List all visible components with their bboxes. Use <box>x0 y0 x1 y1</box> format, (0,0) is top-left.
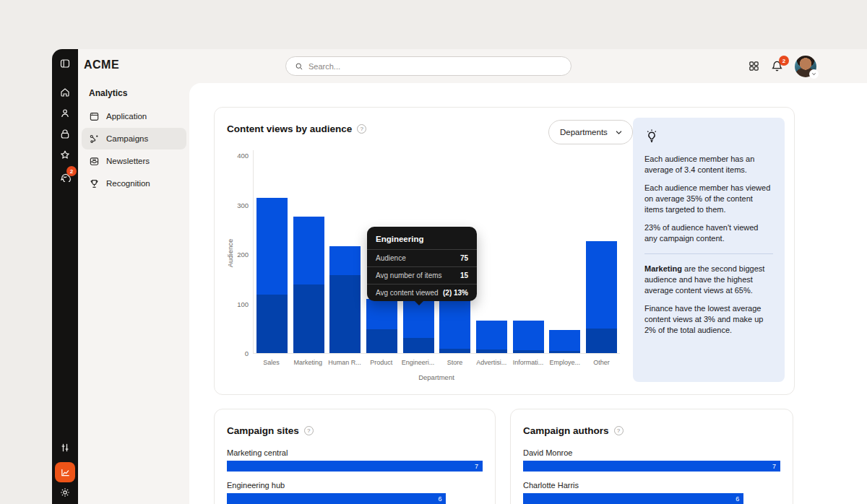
analytics-active-tile[interactable] <box>55 462 75 482</box>
y-tick: 100 <box>237 300 249 308</box>
bar-segment-lower <box>366 329 397 353</box>
top-header: ACME 2 <box>78 49 867 83</box>
lightbulb-icon <box>644 129 659 143</box>
insight-paragraph: Finance have the lowest average content … <box>644 303 773 335</box>
insight-panel: Each audience member has an average of 3… <box>633 118 785 382</box>
notifications-button[interactable]: 2 <box>771 60 783 72</box>
hbar-value: 7 <box>772 463 776 470</box>
apps-grid-icon[interactable] <box>749 61 759 71</box>
x-tick-label: Employe... <box>546 359 583 366</box>
tooltip-row: Audience 75 <box>367 249 477 266</box>
chart-bar-employe[interactable] <box>549 330 580 353</box>
sites-bar-list: Marketing central7Engineering hub6 <box>227 448 483 504</box>
hbar-track: 7 <box>227 461 483 472</box>
star-icon[interactable] <box>59 149 71 161</box>
sidebar-item-application[interactable]: Application <box>82 105 186 127</box>
help-icon[interactable] <box>614 426 624 435</box>
sidebar-toggle-icon[interactable] <box>59 58 71 69</box>
bar-segment-upper <box>439 300 470 349</box>
y-tick: 400 <box>237 152 249 160</box>
bar-segment-upper <box>329 246 361 275</box>
campaign-sites-card: Campaign sites Marketing central7Enginee… <box>214 409 496 504</box>
x-tick-label: Advertisi... <box>473 359 510 366</box>
hbar-value: 6 <box>736 495 739 503</box>
y-tick: 200 <box>237 251 249 258</box>
chart-bar-informati[interactable] <box>513 321 544 353</box>
tooltip-row-label: Avg content viewed <box>376 289 439 297</box>
settings-gear-icon[interactable] <box>59 487 71 498</box>
insight-paragraph: Marketing are the second biggest audienc… <box>644 264 773 295</box>
x-tick-label: Engineeri... <box>400 359 436 366</box>
chart-bar-other[interactable] <box>586 241 617 353</box>
application-icon <box>89 111 100 122</box>
home-icon[interactable] <box>59 87 71 98</box>
x-axis-label: Department <box>253 373 620 381</box>
sidebar-item-campaigns[interactable]: Campaigns <box>82 128 186 149</box>
help-icon[interactable] <box>357 124 366 134</box>
bottom-cards-row: Campaign sites Marketing central7Enginee… <box>214 409 867 504</box>
sidebar-nav: Analytics Application Campaigns Newslett… <box>78 83 189 504</box>
header-actions: 2 <box>749 49 816 83</box>
campaigns-icon <box>89 134 100 144</box>
sidebar-item-newsletters[interactable]: Newsletters <box>82 150 186 172</box>
tooltip-row-value: (2) 13% <box>443 289 468 297</box>
icon-rail: 2 <box>52 49 78 504</box>
insight-paragraph: Each audience member has an average of 3… <box>644 154 773 175</box>
sliders-icon[interactable] <box>59 442 71 453</box>
chat-icon[interactable]: 2 <box>59 170 71 182</box>
y-axis-ticks: 0100200300400 <box>215 150 249 354</box>
x-tick-label: Product <box>363 359 400 366</box>
hbar: 6 <box>523 493 743 504</box>
bar-slot <box>327 150 363 353</box>
search-icon <box>295 62 303 71</box>
bar-slot <box>510 150 547 353</box>
bar-slot <box>254 150 290 353</box>
people-icon[interactable] <box>59 108 71 119</box>
content-column: ACME 2 Analytics <box>78 49 867 504</box>
bar-segment-upper <box>256 198 288 295</box>
insight-divider <box>644 253 773 254</box>
x-tick-label: Other <box>583 359 620 366</box>
tooltip-row-value: 75 <box>460 254 468 262</box>
bar-segment-lower <box>586 329 617 353</box>
bar-segment-upper <box>293 217 324 284</box>
avatar[interactable] <box>795 56 816 77</box>
shop-bag-icon[interactable] <box>59 129 71 140</box>
hbar-track: 6 <box>227 493 483 504</box>
chart-tooltip: Engineering Audience 75 Avg number of it… <box>367 227 477 301</box>
search-input[interactable] <box>309 62 562 71</box>
hbar-label: Charlotte Harris <box>523 481 780 490</box>
tooltip-row: Avg content viewed (2) 13% <box>367 284 477 301</box>
insight-paragraph: Each audience member has viewed on avera… <box>644 183 773 214</box>
content-views-card: Content views by audience Departments Au… <box>214 107 795 395</box>
help-icon[interactable] <box>304 426 314 435</box>
sidebar-item-recognition[interactable]: Recognition <box>82 173 186 194</box>
nav-section-title: Analytics <box>89 88 189 98</box>
chart-bar-advertisi[interactable] <box>476 321 507 353</box>
departments-dropdown[interactable]: Departments <box>548 120 633 144</box>
hbar-track: 6 <box>523 493 780 504</box>
x-tick-label: Human R... <box>327 359 363 366</box>
chart-title: Content views by audience <box>227 123 352 134</box>
chart-bar-product[interactable] <box>366 299 397 353</box>
x-axis-tick-labels: SalesMarketingHuman R...ProductEngineeri… <box>253 359 620 366</box>
chart-bar-humanr[interactable] <box>329 246 361 353</box>
chevron-down-icon <box>615 129 623 136</box>
campaign-authors-card: Campaign authors David Monroe7Charlotte … <box>510 409 793 504</box>
chart-bar-store[interactable] <box>439 300 470 353</box>
bar-segment-lower <box>256 295 288 353</box>
bar-segment-upper <box>476 321 507 349</box>
tooltip-row-label: Avg number of items <box>376 271 442 279</box>
sidebar-item-label: Newsletters <box>106 157 150 165</box>
chart-bar-sales[interactable] <box>256 198 288 353</box>
x-tick-label: Store <box>436 359 473 366</box>
main-panel: Content views by audience Departments Au… <box>189 83 867 504</box>
bar-segment-lower <box>403 338 434 353</box>
newsletters-icon <box>89 156 100 167</box>
bar-segment-lower <box>329 275 361 353</box>
y-tick: 300 <box>237 201 249 209</box>
authors-bar-list: David Monroe7Charlotte Harris6 <box>523 448 780 504</box>
search-bar[interactable] <box>285 56 571 76</box>
dropdown-label: Departments <box>560 128 608 136</box>
chart-bar-marketing[interactable] <box>293 217 324 353</box>
